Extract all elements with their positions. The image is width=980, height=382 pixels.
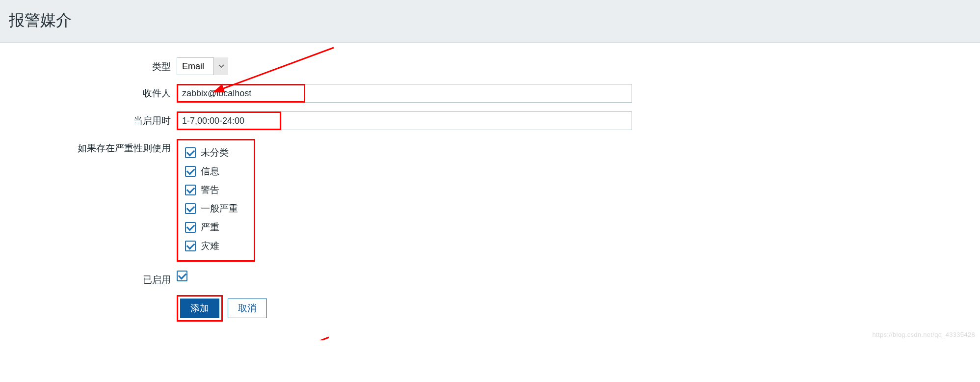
severity-item[interactable]: 警告 bbox=[185, 181, 247, 199]
active-value: 1-7,00:00-24:00 bbox=[182, 116, 244, 126]
checkbox-icon[interactable] bbox=[185, 241, 196, 251]
enabled-checkbox[interactable] bbox=[177, 271, 187, 281]
page-header: 报警媒介 bbox=[0, 0, 980, 43]
annotation-arrow-icon bbox=[206, 332, 334, 340]
active-input[interactable]: 1-7,00:00-24:00 bbox=[177, 111, 632, 130]
add-button[interactable]: 添加 bbox=[180, 299, 219, 318]
severity-item[interactable]: 灾难 bbox=[185, 237, 247, 255]
highlight-add-button: 添加 bbox=[177, 295, 223, 322]
form-content: 类型 Email 收件人 zabbix@localhost bbox=[0, 43, 980, 340]
severity-label: 严重 bbox=[201, 221, 219, 234]
page-title: 报警媒介 bbox=[9, 10, 971, 31]
severity-item[interactable]: 一般严重 bbox=[185, 199, 247, 218]
severity-item[interactable]: 未分类 bbox=[185, 143, 247, 162]
severity-label: 一般严重 bbox=[201, 202, 238, 215]
label-severity: 如果存在严重性则使用 bbox=[10, 139, 177, 155]
label-recipient: 收件人 bbox=[10, 84, 177, 100]
severity-label: 警告 bbox=[201, 184, 219, 196]
highlight-recipient: zabbix@localhost bbox=[177, 84, 305, 103]
row-type: 类型 Email bbox=[10, 57, 970, 75]
recipient-input[interactable]: zabbix@localhost bbox=[177, 84, 632, 103]
label-type: 类型 bbox=[10, 57, 177, 73]
svg-line-1 bbox=[216, 337, 329, 340]
type-select-wrap[interactable]: Email bbox=[177, 57, 228, 75]
cancel-button[interactable]: 取消 bbox=[228, 299, 267, 318]
severity-label: 灾难 bbox=[201, 240, 219, 252]
type-select[interactable]: Email bbox=[177, 57, 228, 75]
recipient-value: zabbix@localhost bbox=[182, 88, 251, 99]
checkbox-icon[interactable] bbox=[185, 185, 196, 195]
severity-label: 未分类 bbox=[201, 146, 229, 159]
row-active: 当启用时 1-7,00:00-24:00 bbox=[10, 111, 970, 130]
checkbox-icon[interactable] bbox=[185, 203, 196, 214]
severity-item[interactable]: 严重 bbox=[185, 218, 247, 237]
row-severity: 如果存在严重性则使用 未分类 信息 警告 一般严重 bbox=[10, 139, 970, 262]
row-recipient: 收件人 zabbix@localhost bbox=[10, 84, 970, 103]
severity-item[interactable]: 信息 bbox=[185, 162, 247, 181]
watermark: https://blog.csdn.net/qq_43335428 bbox=[873, 331, 975, 338]
label-active: 当启用时 bbox=[10, 111, 177, 127]
severity-group: 未分类 信息 警告 一般严重 严重 bbox=[177, 139, 255, 262]
checkbox-icon[interactable] bbox=[185, 222, 196, 233]
checkbox-icon[interactable] bbox=[185, 147, 196, 158]
row-buttons: 添加 取消 bbox=[10, 295, 970, 322]
checkbox-icon[interactable] bbox=[185, 166, 196, 177]
label-enabled: 已启用 bbox=[10, 271, 177, 286]
severity-label: 信息 bbox=[201, 165, 219, 178]
highlight-active: 1-7,00:00-24:00 bbox=[177, 111, 281, 130]
row-enabled: 已启用 bbox=[10, 271, 970, 286]
